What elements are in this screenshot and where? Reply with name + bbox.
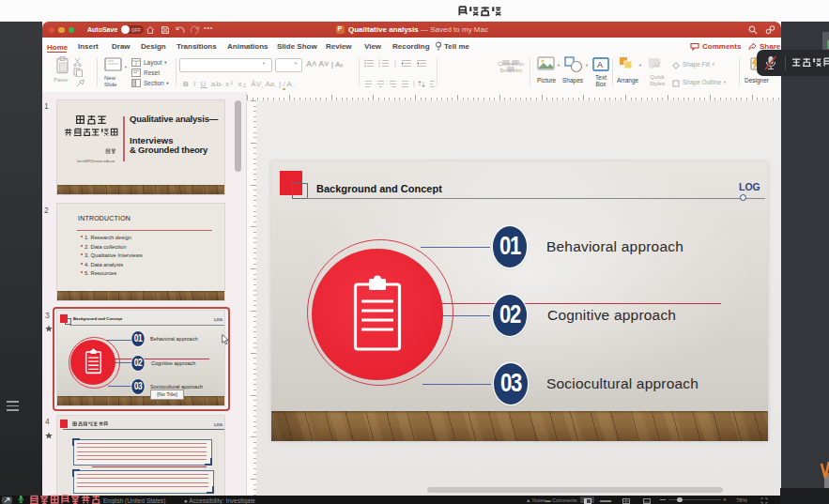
svg-text:A: A (597, 60, 603, 69)
